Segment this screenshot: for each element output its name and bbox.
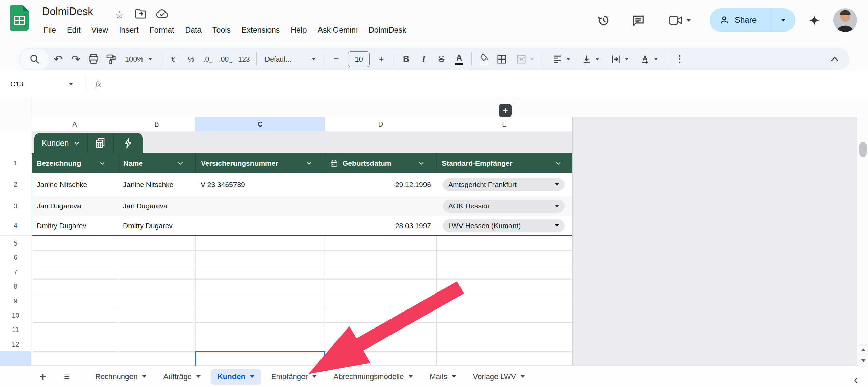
sheet-tab-vorlage-lwv[interactable]: Vorlage LWV	[466, 369, 532, 385]
sheet-tab-caret-icon[interactable]	[142, 375, 146, 378]
vertical-scrollbar-thumb[interactable]	[859, 142, 867, 157]
sheet-tab-caret-icon[interactable]	[312, 375, 316, 378]
sheet-tab-caret-icon[interactable]	[521, 375, 525, 378]
row-header[interactable]	[0, 351, 31, 366]
fill-color-button[interactable]	[475, 50, 493, 68]
cell-a4[interactable]: Dmitry Dugarev	[32, 216, 118, 235]
increase-font-size-button[interactable]: +	[372, 50, 390, 68]
cell-d4[interactable]: 28.03.1997	[325, 216, 436, 235]
merge-cells-button[interactable]	[510, 50, 540, 68]
font-size-input[interactable]: 10	[348, 51, 370, 67]
decrease-font-size-button[interactable]: −	[328, 50, 345, 68]
row-header-2[interactable]: 2	[0, 173, 31, 197]
menu-data[interactable]: Data	[180, 23, 207, 37]
move-folder-icon[interactable]	[135, 9, 147, 19]
menu-insert[interactable]: Insert	[114, 23, 144, 37]
menu-format[interactable]: Format	[144, 23, 180, 37]
table-chip-menu[interactable]: Kunden	[34, 133, 87, 153]
share-button-main[interactable]: Share	[710, 8, 771, 32]
add-column-button[interactable]: +	[499, 104, 512, 117]
row-header-4[interactable]: 4	[0, 216, 31, 236]
row-header[interactable]	[0, 131, 31, 154]
row-header-10[interactable]: 10	[0, 308, 31, 323]
cell-b2[interactable]: Janine Nitschke	[118, 173, 195, 196]
table-header-name[interactable]: Name	[118, 153, 195, 173]
table-chip[interactable]: Kunden	[34, 133, 143, 153]
cell-b4[interactable]: Dmitry Dugarev	[118, 216, 195, 235]
cell-e3-dropdown[interactable]: AOK Hessen	[443, 200, 565, 213]
meet-camera-icon[interactable]	[663, 11, 696, 30]
sheet-tab-mails[interactable]: Mails	[423, 369, 463, 385]
undo-button[interactable]: ↶	[49, 50, 67, 68]
row-header-8[interactable]: 8	[0, 279, 31, 294]
table-header-geburtsdatum[interactable]: Geburtsdatum	[325, 153, 436, 173]
document-title[interactable]: DolmiDesk	[42, 5, 93, 18]
row-header[interactable]	[0, 117, 31, 132]
menu-tools[interactable]: Tools	[207, 23, 236, 37]
print-button[interactable]	[85, 50, 102, 68]
column-header-e[interactable]: E	[436, 117, 573, 132]
sheet-tab-caret-icon[interactable]	[196, 375, 201, 378]
horizontal-align-button[interactable]	[547, 50, 576, 68]
text-rotation-button[interactable]	[635, 50, 664, 68]
row-header-5[interactable]: 5	[0, 236, 31, 251]
menu-edit[interactable]: Edit	[62, 23, 86, 37]
increase-decimal-button[interactable]: .00→	[218, 50, 235, 68]
sheet-tab-aufträge[interactable]: Aufträge	[157, 369, 207, 385]
table-quick-actions-button[interactable]	[113, 133, 143, 153]
add-sheet-button[interactable]: +	[35, 370, 51, 383]
sheet-tab-caret-icon[interactable]	[452, 375, 456, 378]
decrease-decimal-button[interactable]: .0←	[200, 50, 218, 68]
strikethrough-button[interactable]: S	[433, 50, 450, 68]
format-percent-button[interactable]: %	[182, 50, 200, 68]
table-view-button[interactable]	[87, 133, 113, 153]
row-header-9[interactable]: 9	[0, 294, 31, 308]
sheet-tab-caret-icon[interactable]	[250, 375, 254, 378]
version-history-icon[interactable]	[594, 11, 613, 30]
sheet-tab-empfänger[interactable]: Empfänger	[264, 369, 324, 385]
column-header-b[interactable]: B	[118, 117, 196, 132]
row-header-6[interactable]: 6	[0, 250, 31, 265]
gemini-sparkle-icon[interactable]	[805, 11, 824, 30]
cell-e4-dropdown[interactable]: LWV Hessen (Kumant)	[443, 219, 565, 232]
chevron-down-icon[interactable]	[556, 162, 561, 165]
menu-help[interactable]: Help	[285, 23, 312, 37]
name-box[interactable]: C13	[0, 80, 73, 88]
more-options-button[interactable]: ⋮	[671, 50, 689, 68]
name-box-caret-icon[interactable]	[69, 83, 73, 85]
sheet-tab-kunden[interactable]: Kunden	[211, 369, 261, 385]
vertical-scrollbar[interactable]	[858, 98, 868, 366]
borders-button[interactable]	[493, 50, 510, 68]
avatar[interactable]	[833, 8, 857, 32]
chevron-down-icon[interactable]	[100, 162, 105, 165]
chevron-down-icon[interactable]	[419, 162, 424, 165]
row-header-12[interactable]: 12	[0, 337, 31, 352]
menu-dolmidesk[interactable]: DolmiDesk	[363, 23, 412, 37]
row-header-1[interactable]: 1	[0, 153, 31, 173]
column-header-c[interactable]: C	[195, 117, 325, 132]
column-header-a[interactable]: A	[32, 117, 118, 132]
sheet-tab-abrechnungsmodelle[interactable]: Abrechnungsmodelle	[327, 369, 419, 385]
sheet-tab-caret-icon[interactable]	[409, 375, 413, 378]
chevron-down-icon[interactable]	[178, 162, 183, 165]
cell-e2-dropdown[interactable]: Amtsgericht Frankfurt	[443, 178, 565, 191]
cell-b3[interactable]: Jan Dugareva	[118, 196, 195, 216]
chevron-down-icon[interactable]	[306, 162, 312, 165]
text-wrap-button[interactable]	[605, 50, 635, 68]
menu-ask-gemini[interactable]: Ask Gemini	[312, 23, 363, 37]
column-header-d[interactable]: D	[325, 117, 437, 132]
sheet-tab-rechnungen[interactable]: Rechnungen	[88, 369, 153, 385]
scroll-down-button[interactable]	[858, 355, 868, 366]
format-currency-button[interactable]: €	[164, 50, 182, 68]
table-header-standard-empfaenger[interactable]: Standard-Empfänger	[436, 153, 572, 173]
share-dropdown[interactable]	[771, 8, 795, 32]
font-family-select[interactable]: Defaul...	[260, 50, 320, 68]
cell-c2[interactable]: V 23 3465789	[195, 173, 325, 196]
table-header-bezeichnung[interactable]: Bezeichnung	[32, 153, 118, 173]
row-header-11[interactable]: 11	[0, 322, 31, 337]
tab-scroll-left-icon[interactable]: ‹	[854, 373, 858, 386]
italic-button[interactable]: I	[415, 50, 433, 68]
paint-format-button[interactable]	[102, 50, 120, 68]
cell-d2[interactable]: 29.12.1996	[325, 173, 436, 196]
row-header-7[interactable]: 7	[0, 265, 31, 280]
